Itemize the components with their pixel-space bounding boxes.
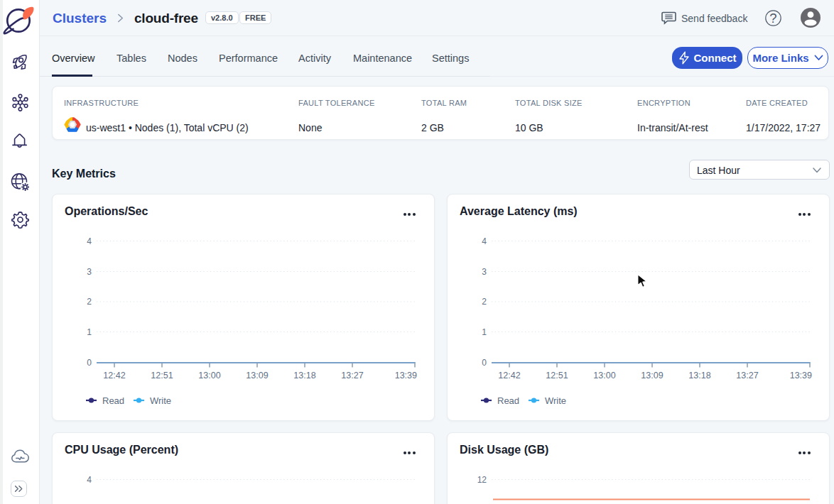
svg-text:Read: Read bbox=[497, 395, 519, 406]
svg-text:3: 3 bbox=[482, 267, 487, 277]
svg-text:13:00: 13:00 bbox=[198, 371, 220, 380]
svg-text:4: 4 bbox=[482, 236, 487, 246]
svg-text:13:27: 13:27 bbox=[341, 371, 363, 380]
svg-text:2: 2 bbox=[482, 297, 487, 307]
svg-text:12:42: 12:42 bbox=[103, 371, 125, 380]
svg-text:4: 4 bbox=[87, 475, 92, 485]
svg-text:12:51: 12:51 bbox=[151, 371, 173, 380]
svg-text:2: 2 bbox=[87, 297, 92, 307]
svg-text:13:27: 13:27 bbox=[736, 371, 758, 380]
svg-text:4: 4 bbox=[87, 236, 92, 246]
svg-text:13:18: 13:18 bbox=[293, 371, 315, 380]
svg-text:13:09: 13:09 bbox=[246, 371, 268, 380]
svg-text:13:09: 13:09 bbox=[641, 371, 663, 380]
svg-text:?: ? bbox=[769, 11, 776, 26]
svg-text:13:18: 13:18 bbox=[688, 371, 710, 380]
svg-text:Read: Read bbox=[102, 395, 124, 406]
svg-text:1: 1 bbox=[87, 327, 92, 337]
svg-text:12:42: 12:42 bbox=[498, 371, 520, 380]
svg-text:1: 1 bbox=[482, 327, 487, 337]
svg-text:13:39: 13:39 bbox=[790, 371, 812, 380]
svg-text:0: 0 bbox=[482, 358, 487, 368]
svg-text:13:39: 13:39 bbox=[395, 371, 417, 380]
svg-text:0: 0 bbox=[87, 358, 92, 368]
svg-text:Write: Write bbox=[150, 395, 171, 406]
svg-text:3: 3 bbox=[87, 267, 92, 277]
svg-text:13:00: 13:00 bbox=[593, 371, 615, 380]
svg-text:Write: Write bbox=[545, 395, 566, 406]
svg-text:12: 12 bbox=[477, 475, 487, 485]
svg-text:12:51: 12:51 bbox=[546, 371, 568, 380]
